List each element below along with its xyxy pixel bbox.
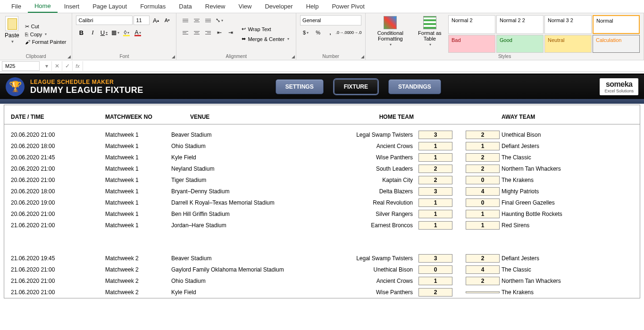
- cell-date[interactable]: 20.06.2020 21:45: [11, 154, 105, 161]
- format-as-table-button[interactable]: Format as Table▾: [414, 15, 445, 53]
- cell-matchweek[interactable]: Matchweek 2: [105, 266, 171, 273]
- cell-home-score[interactable]: 1: [418, 210, 452, 218]
- cell-home-score[interactable]: 2: [418, 288, 452, 297]
- cell-matchweek[interactable]: Matchweek 1: [105, 211, 171, 217]
- comma-button[interactable]: ,: [325, 27, 336, 38]
- cell-venue[interactable]: Tiger Stadium: [171, 177, 303, 183]
- cell-date[interactable]: 20.06.2020 21:00: [11, 211, 105, 217]
- cell-date[interactable]: 20.06.2020 18:00: [11, 188, 105, 195]
- cell-matchweek[interactable]: Matchweek 2: [105, 278, 171, 284]
- formula-input[interactable]: [83, 61, 644, 71]
- cell-matchweek[interactable]: Matchweek 1: [105, 154, 171, 161]
- number-format-select[interactable]: [300, 15, 361, 25]
- cell-venue[interactable]: Gaylord Family Oklahoma Memorial Stadium: [171, 266, 303, 273]
- cell-away-score[interactable]: 2: [466, 153, 500, 162]
- name-box[interactable]: [2, 61, 40, 71]
- cell-styles-gallery[interactable]: Normal 2 Normal 2 2 Normal 3 2 Normal Ba…: [448, 15, 640, 53]
- cell-home-team[interactable]: Real Revolution: [303, 199, 417, 206]
- cancel-icon[interactable]: ✕: [52, 61, 62, 71]
- align-center-button[interactable]: [192, 27, 202, 38]
- cell-date[interactable]: 21.06.2020 21:00: [11, 289, 105, 296]
- decrease-decimal-button[interactable]: .00→.0: [349, 27, 360, 38]
- cell-venue[interactable]: Darrell K Royal–Texas Memorial Stadium: [171, 199, 303, 206]
- cell-away-team[interactable]: Haunting Bottle Rockets: [502, 211, 624, 217]
- italic-button[interactable]: I: [87, 27, 98, 38]
- cell-home-team[interactable]: Wise Panthers: [303, 154, 417, 161]
- tab-data[interactable]: Data: [172, 0, 198, 12]
- percent-button[interactable]: %: [312, 27, 324, 38]
- fx-icon[interactable]: fx: [73, 61, 83, 71]
- cell-date[interactable]: 20.06.2020 18:00: [11, 143, 105, 149]
- cell-away-team[interactable]: Red Sirens: [502, 222, 624, 229]
- cell-away-score[interactable]: 1: [466, 210, 500, 218]
- cell-home-team[interactable]: Legal Swamp Twisters: [303, 132, 417, 138]
- underline-button[interactable]: U▾: [99, 27, 109, 38]
- cell-home-team[interactable]: Earnest Broncos: [303, 222, 417, 229]
- dialog-launcher-icon[interactable]: ◢: [361, 54, 364, 59]
- dialog-launcher-icon[interactable]: ◢: [67, 54, 71, 59]
- cell-away-team[interactable]: The Krakens: [502, 289, 624, 296]
- cell-date[interactable]: 20.06.2020 21:00: [11, 177, 105, 183]
- decrease-font-button[interactable]: A▾: [162, 15, 172, 25]
- style-normal[interactable]: Normal: [593, 15, 640, 34]
- cell-matchweek[interactable]: Matchweek 2: [105, 289, 171, 296]
- cut-button[interactable]: ✂Cut: [23, 23, 68, 30]
- align-middle-button[interactable]: [192, 15, 202, 25]
- cell-away-team[interactable]: Defiant Jesters: [502, 255, 624, 262]
- cell-venue[interactable]: Jordan–Hare Stadium: [171, 222, 303, 229]
- enter-icon[interactable]: ✓: [62, 61, 73, 71]
- tab-help[interactable]: Help: [300, 0, 326, 12]
- cell-date[interactable]: 21.06.2020 21:00: [11, 222, 105, 229]
- cell-home-score[interactable]: 3: [418, 187, 452, 196]
- style-normal22[interactable]: Normal 2 2: [496, 15, 544, 34]
- tab-formulas[interactable]: Formulas: [134, 0, 172, 12]
- increase-indent-button[interactable]: ⇥: [226, 27, 236, 38]
- cell-away-score[interactable]: 2: [466, 277, 500, 285]
- tab-review[interactable]: Review: [199, 0, 232, 12]
- cell-away-team[interactable]: The Classic: [502, 154, 624, 161]
- cell-venue[interactable]: Bryant–Denny Stadium: [171, 188, 303, 195]
- cell-home-team[interactable]: Silver Rangers: [303, 211, 417, 217]
- cell-venue[interactable]: Ohio Stadium: [171, 143, 303, 149]
- cell-matchweek[interactable]: Matchweek 1: [105, 177, 171, 183]
- copy-button[interactable]: ⎘Copy▾: [23, 31, 68, 38]
- cell-date[interactable]: 20.06.2020 21:00: [11, 132, 105, 138]
- style-calculation[interactable]: Calculation: [593, 35, 640, 53]
- cell-home-score[interactable]: 1: [418, 221, 452, 230]
- cell-home-team[interactable]: Ancient Crows: [303, 278, 417, 284]
- cell-matchweek[interactable]: Matchweek 1: [105, 165, 171, 172]
- cell-matchweek[interactable]: Matchweek 2: [105, 255, 171, 262]
- standings-button[interactable]: STANDINGS: [388, 79, 441, 94]
- cell-away-score[interactable]: 1: [466, 221, 500, 230]
- cell-away-score[interactable]: [466, 291, 500, 293]
- cell-away-score[interactable]: 4: [466, 265, 500, 274]
- cell-away-team[interactable]: Unethical Bison: [502, 132, 624, 138]
- cell-away-team[interactable]: Final Green Gazelles: [502, 199, 624, 206]
- cell-away-team[interactable]: Mighty Patriots: [502, 188, 624, 195]
- style-good[interactable]: Good: [496, 35, 544, 53]
- cell-home-score[interactable]: 1: [418, 142, 452, 150]
- align-right-button[interactable]: [203, 27, 213, 38]
- increase-decimal-button[interactable]: .0→.00: [337, 27, 348, 38]
- orientation-button[interactable]: ⤡▾: [214, 15, 225, 25]
- tab-home[interactable]: Home: [28, 0, 58, 13]
- style-normal32[interactable]: Normal 3 2: [544, 15, 592, 34]
- cell-date[interactable]: 21.06.2020 21:00: [11, 266, 105, 273]
- cell-date[interactable]: 20.06.2020 19:00: [11, 199, 105, 206]
- tab-power-pivot[interactable]: Power Pivot: [325, 0, 371, 12]
- font-size-select[interactable]: [134, 16, 150, 25]
- cell-home-score[interactable]: 1: [418, 277, 452, 285]
- cell-home-score[interactable]: 3: [418, 254, 452, 263]
- bold-button[interactable]: B: [76, 27, 86, 38]
- cell-date[interactable]: 20.06.2020 21:00: [11, 165, 105, 172]
- settings-button[interactable]: SETTINGS: [276, 79, 324, 94]
- cell-matchweek[interactable]: Matchweek 1: [105, 143, 171, 149]
- font-color-button[interactable]: A▾: [133, 27, 143, 38]
- cell-date[interactable]: 21.06.2020 19:45: [11, 255, 105, 262]
- merge-center-button[interactable]: ⬌Merge & Center▾: [239, 35, 292, 43]
- cell-away-score[interactable]: 4: [466, 187, 500, 196]
- cell-date[interactable]: 21.06.2020 21:00: [11, 278, 105, 284]
- dialog-launcher-icon[interactable]: ◢: [292, 54, 295, 59]
- cell-home-score[interactable]: 3: [418, 131, 452, 139]
- cell-away-team[interactable]: Defiant Jesters: [502, 143, 624, 149]
